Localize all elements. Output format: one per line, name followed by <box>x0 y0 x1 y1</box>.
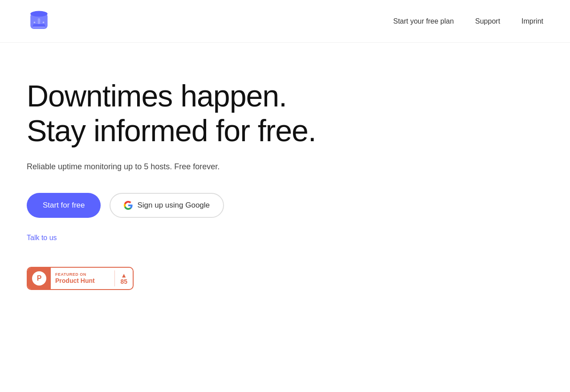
product-hunt-upvote-arrow: ▲ <box>121 272 127 278</box>
google-icon <box>124 201 133 210</box>
svg-point-1 <box>30 11 48 17</box>
nav-start-free-plan[interactable]: Start your free plan <box>393 17 454 25</box>
product-hunt-badge[interactable]: P FEATURED ON Product Hunt ▲ 85 <box>27 267 134 290</box>
product-hunt-votes: ▲ 85 <box>114 270 133 286</box>
hero-subheadline: Reliable uptime monitoring up to 5 hosts… <box>27 160 374 173</box>
google-signup-button[interactable]: Sign up using Google <box>110 193 224 218</box>
nav-imprint[interactable]: Imprint <box>521 17 543 25</box>
product-hunt-featured-label: FEATURED ON <box>55 273 110 277</box>
svg-point-4 <box>34 21 36 23</box>
product-hunt-logo-area: P <box>28 268 51 289</box>
main-nav: Start your free plan Support Imprint <box>393 17 543 25</box>
svg-point-5 <box>43 21 45 23</box>
svg-rect-3 <box>33 26 45 28</box>
logo-icon <box>27 9 51 33</box>
nav-support[interactable]: Support <box>475 17 500 25</box>
product-hunt-text-area: FEATURED ON Product Hunt <box>51 271 114 286</box>
start-free-button[interactable]: Start for free <box>27 193 101 218</box>
product-hunt-name: Product Hunt <box>55 277 110 285</box>
product-hunt-vote-count: 85 <box>120 278 127 285</box>
svg-rect-6 <box>38 18 41 24</box>
hero-headline: Downtimes happen. Stay informed for free… <box>27 78 374 148</box>
cta-buttons: Start for free Sign up using Google <box>27 193 374 218</box>
logo[interactable] <box>27 9 51 33</box>
product-hunt-p-letter: P <box>37 274 42 282</box>
product-hunt-circle: P <box>32 271 46 286</box>
talk-to-us-link[interactable]: Talk to us <box>27 234 57 242</box>
